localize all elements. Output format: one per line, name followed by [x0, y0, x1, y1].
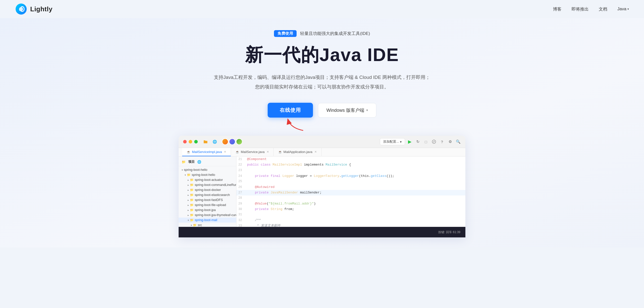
avatar-2	[229, 138, 235, 145]
nav-java-dropdown[interactable]: Java ▾	[617, 7, 629, 12]
folder-icon: 📁	[190, 208, 194, 212]
sidebar-header: 📁 项目 🌐	[179, 159, 236, 166]
refresh-icon[interactable]: ↻	[415, 139, 421, 144]
add-config-button[interactable]: 添加配置... ▾	[380, 138, 405, 145]
code-line-33: 33 * 发送文本邮件	[236, 223, 465, 227]
tab-close-icon[interactable]: ✕	[224, 150, 226, 153]
tree-item-jpa[interactable]: ▸ 📁 spring-boot-jpa	[179, 208, 236, 213]
code-line-21: 21 @Component	[236, 157, 465, 162]
chevron-down-icon: ▾	[400, 140, 402, 144]
code-line-24: 24 private final Logger logger = LoggerF…	[236, 173, 465, 179]
tree-item-hello[interactable]: ▾ 📁 spring-boot-hello	[179, 172, 236, 177]
help-icon[interactable]: ?	[439, 139, 445, 144]
folder-icon: 📁	[190, 213, 194, 217]
hero-title: 新一代的Java IDE	[245, 44, 399, 66]
java-file-icon: ☕	[235, 150, 239, 154]
hero-subtitle-line1: 支持Java工程开发，编码、编译及运行您的Java项目；支持客户端 & Clou…	[214, 73, 430, 82]
tree-arrow-icon: ▾	[188, 219, 189, 222]
tree-arrow-icon: ▸	[188, 204, 189, 207]
tab-mail-application[interactable]: ☕ MailApplication.java ✕	[274, 148, 321, 156]
folder-icon: 📁	[187, 173, 191, 177]
tree-item-docker[interactable]: ▸ 📁 spring-boot-docker	[179, 187, 236, 192]
hero-subtitle: 支持Java工程开发，编码、编译及运行您的Java项目；支持客户端 & Clou…	[214, 73, 430, 92]
hero-section: 免费使用 轻量且功能强大的集成开发工具(IDE) 新一代的Java IDE 支持…	[0, 18, 644, 247]
tree-arrow-icon: ▸	[188, 179, 189, 181]
ide-titlebar: 🌐 添加配置... ▾ ▶ ↻ □	[179, 136, 465, 148]
app-title: Lightly	[30, 5, 53, 13]
status-text: 按键: 回车 61:39	[438, 230, 460, 234]
close-button[interactable]	[183, 140, 187, 143]
code-line-28: 28	[236, 195, 465, 201]
badge-row: 免费使用 轻量且功能强大的集成开发工具(IDE)	[274, 30, 370, 37]
folder-icon: 📁	[190, 178, 194, 182]
traffic-lights	[183, 140, 198, 143]
code-line-32: 32 /**	[236, 218, 465, 223]
nav-blog[interactable]: 博客	[553, 6, 561, 12]
run-button[interactable]: ▶	[407, 139, 413, 144]
code-line-31: 31	[236, 212, 465, 218]
tab-mail-service[interactable]: ☕ MailService.java ✕	[231, 148, 274, 156]
avatar-group	[222, 138, 243, 145]
nav-coming-soon[interactable]: 即将推出	[572, 6, 589, 12]
minimize-button[interactable]	[189, 140, 192, 143]
tree-arrow-icon: ▾	[182, 169, 183, 171]
folder-icon: 📁	[190, 193, 194, 197]
logo[interactable]: Lightly	[15, 3, 53, 15]
code-line-25: 25	[236, 179, 465, 184]
settings-icon[interactable]: ⚙	[447, 139, 453, 144]
share-icon[interactable]	[431, 139, 437, 144]
tree-item-actuator[interactable]: ▸ 📁 spring-boot-actuator	[179, 177, 236, 182]
code-line-30: 30 private String from;	[236, 207, 465, 212]
chevron-down-icon: ▾	[366, 108, 368, 112]
windows-client-button[interactable]: Windows 版客户端 ▾	[318, 103, 376, 118]
nav-links: 博客 即将推出 文档 Java ▾	[553, 6, 629, 12]
tree-arrow-icon: ▸	[188, 184, 189, 186]
ide-right-controls: 添加配置... ▾ ▶ ↻ □ ? ⚙ 🔍	[380, 138, 461, 145]
tab-close-icon[interactable]: ✕	[267, 150, 269, 153]
tree-root[interactable]: ▾ spring-boot-hello	[179, 167, 236, 172]
code-line-23: 23	[236, 168, 465, 173]
code-editor[interactable]: 21 @Component 22 public class MailServic…	[236, 157, 465, 227]
java-file-icon: ☕	[187, 150, 190, 154]
tree-item-fastdfs[interactable]: ▸ 📁 spring-boot-fastDFS	[179, 197, 236, 202]
folder-icon: 📁	[193, 223, 197, 227]
code-line-29: 29 @Value("${mail.fromMail.addr}")	[236, 201, 465, 207]
tree-arrow-icon: ▸	[188, 199, 189, 201]
tree-item-elasticsearch[interactable]: ▸ 📁 spring-boot-elasticsearch	[179, 192, 236, 197]
tab-close-icon[interactable]: ✕	[314, 150, 317, 153]
folder-icon: 📁	[190, 183, 194, 187]
ide-toolbar-icons: ▶ ↻ □ ? ⚙ 🔍	[407, 139, 461, 144]
folder-icon: 📁	[190, 198, 194, 202]
maximize-button[interactable]	[194, 140, 198, 143]
online-use-button[interactable]: 在线使用	[268, 103, 313, 118]
folder-icon: 📁	[190, 188, 194, 192]
ide-preview: 🌐 添加配置... ▾ ▶ ↻ □	[179, 136, 465, 237]
ide-file-tree: 📁 项目 🌐 ▾ spring-boot-hello ▾ 📁 spring-bo…	[179, 157, 236, 227]
tree-item-commandlinerunner[interactable]: ▸ 📁 spring-boot-commandLineRunner	[179, 182, 236, 187]
ide-tabs-bar: ☕ MailServiceImpl.java ✕ ☕ MailService.j…	[179, 148, 465, 157]
nav-docs[interactable]: 文档	[599, 6, 607, 12]
tree-item-src[interactable]: ▾ 📁 src	[179, 223, 236, 227]
tree-item-jpa-thymeleaf[interactable]: ▸ 📁 spring-boot-jpa-thymeleaf-curd	[179, 213, 236, 218]
navbar: Lightly 博客 即将推出 文档 Java ▾	[0, 0, 644, 18]
tree-arrow-icon: ▸	[188, 209, 189, 212]
ide-titlebar-icons: 🌐	[203, 139, 217, 144]
avatar-1	[222, 138, 228, 145]
folder-icon: 📁	[190, 218, 194, 222]
tree-arrow-icon: ▸	[188, 189, 189, 191]
tree-item-mail[interactable]: ▾ 📁 spring-boot-mail	[179, 218, 236, 223]
code-line-26: 26 @Autowired	[236, 184, 465, 190]
ide-main: 📁 项目 🌐 ▾ spring-boot-hello ▾ 📁 spring-bo…	[179, 157, 465, 227]
java-file-icon: ☕	[278, 150, 282, 154]
folder-icon[interactable]	[203, 139, 208, 144]
free-badge: 免费使用	[274, 30, 297, 37]
stop-button[interactable]: □	[423, 139, 429, 144]
tree-item-file-upload[interactable]: ▸ 📁 spring-boot-file-upload	[179, 202, 236, 208]
tree-arrow-icon: ▾	[191, 224, 192, 227]
hero-badge-desc: 轻量且功能强大的集成开发工具(IDE)	[300, 31, 370, 36]
tab-mail-service-impl[interactable]: ☕ MailServiceImpl.java ✕	[182, 148, 231, 156]
avatar-3	[236, 138, 243, 145]
hero-subtitle-line2: 您的项目能实时存储在云端；可以与朋友协作开发或分享项目。	[214, 82, 430, 92]
search-icon[interactable]: 🔍	[455, 139, 461, 144]
globe-icon[interactable]: 🌐	[212, 139, 217, 144]
